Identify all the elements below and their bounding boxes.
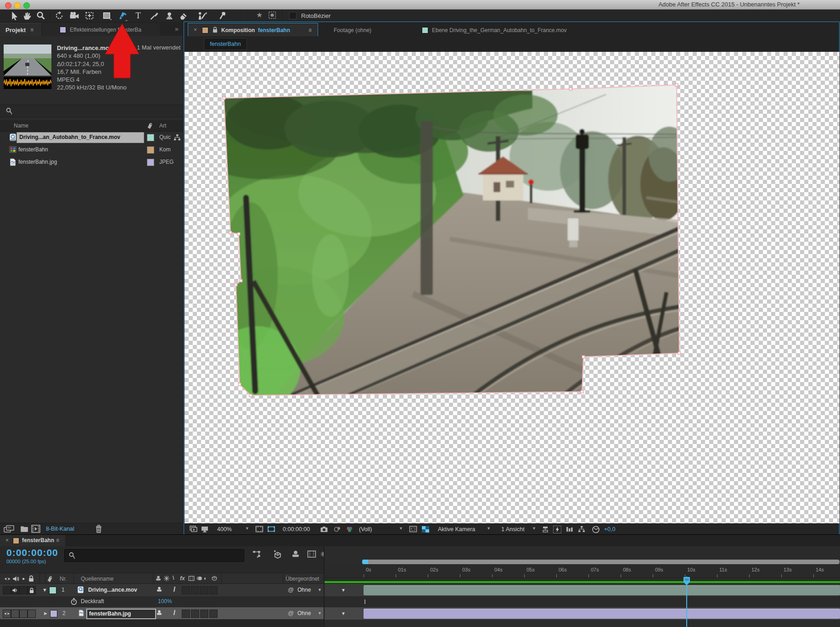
show-snapshot-icon[interactable] xyxy=(333,526,342,533)
camera-view-value[interactable]: Aktive Kamera xyxy=(438,526,475,533)
layer-label-chip[interactable] xyxy=(49,587,56,594)
trash-icon[interactable] xyxy=(95,525,103,533)
tab-komposition[interactable]: × Komposition fensterBahn ≡ xyxy=(188,23,318,36)
comp-mini-tab[interactable]: fensterBahn xyxy=(204,38,247,50)
frame-blending-icon[interactable] xyxy=(307,550,317,558)
zoom-window-button[interactable] xyxy=(23,2,30,9)
comp-mini-flowchart-icon[interactable] xyxy=(252,550,261,558)
exposure-value[interactable]: +0,0 xyxy=(604,526,616,533)
motion-blur-switch[interactable] xyxy=(200,610,208,618)
new-folder-icon[interactable] xyxy=(20,525,28,533)
playhead-marker[interactable] xyxy=(683,577,691,588)
rotobezier-checkbox[interactable] xyxy=(289,12,297,19)
brush-tool-icon[interactable] xyxy=(150,11,161,20)
lock-toggle[interactable] xyxy=(28,610,36,618)
tab-overflow-icon[interactable]: » xyxy=(175,25,179,33)
tab-footage[interactable]: Footage (ohne) xyxy=(322,23,427,36)
viewer-timecode[interactable]: 0:00:00:00 xyxy=(283,526,310,533)
time-ruler[interactable]: 0s01s02s03s04s05s06s07s08s09s10s11s12s13… xyxy=(325,565,840,578)
tab-projekt[interactable]: Projekt ≡ xyxy=(0,23,41,36)
motion-blur-switch[interactable] xyxy=(200,586,208,594)
panel-menu-icon[interactable]: ≡ xyxy=(308,27,312,33)
fast-preview-icon[interactable] xyxy=(553,526,561,533)
interpret-footage-icon[interactable] xyxy=(4,525,15,533)
rectangle-tool-icon[interactable] xyxy=(102,11,113,20)
audio-toggle[interactable] xyxy=(11,586,19,594)
mask-frame-icon[interactable] xyxy=(268,11,279,20)
snapshot-camera-icon[interactable] xyxy=(320,526,328,533)
lock-toggle[interactable] xyxy=(28,586,36,594)
mask-visibility-icon[interactable] xyxy=(267,526,275,533)
frame-blend-switch[interactable] xyxy=(191,610,199,618)
layer-label-chip[interactable] xyxy=(50,610,57,617)
current-timecode[interactable]: 0:00:00:00 xyxy=(6,547,58,558)
minimize-window-button[interactable] xyxy=(14,2,21,9)
exposure-icon[interactable] xyxy=(592,526,600,533)
pan-behind-tool-icon[interactable] xyxy=(85,11,96,20)
color-depth-button[interactable]: 8-Bit-Kanal xyxy=(46,526,74,532)
lock-icon[interactable] xyxy=(212,27,218,33)
project-item-row[interactable]: Driving...an_Autobahn_to_France.mov Quic xyxy=(0,131,183,144)
parent-pickwhip-icon[interactable]: @ xyxy=(288,586,294,593)
shy-switch[interactable] xyxy=(156,586,162,593)
audio-toggle[interactable] xyxy=(11,610,19,618)
clone-stamp-tool-icon[interactable] xyxy=(165,11,176,20)
layer-in-marker[interactable]: ▼ xyxy=(341,588,346,593)
solo-toggle[interactable] xyxy=(19,610,28,618)
twirl-down-icon[interactable]: ▼ xyxy=(42,587,47,593)
tab-timeline-fensterbahn[interactable]: × fensterBahn ≡ xyxy=(0,535,65,546)
composition-viewport[interactable] xyxy=(185,52,840,523)
resolution-value[interactable]: (Voll) xyxy=(359,526,372,533)
project-item-row[interactable]: fensterBahn Kom xyxy=(0,144,183,156)
resolution-dropdown-icon[interactable]: ▼ xyxy=(399,526,403,531)
transparency-grid-icon[interactable] xyxy=(421,526,430,533)
parent-pickwhip-icon[interactable]: @ xyxy=(288,610,294,616)
tab-ebene[interactable]: Ebene Driving_the_German_Autobahn_to_Fra… xyxy=(414,23,671,36)
always-preview-icon[interactable] xyxy=(190,526,198,533)
selection-tool-icon[interactable] xyxy=(9,11,20,20)
star-icon[interactable]: ★ xyxy=(256,11,267,21)
layer-name-edit-box[interactable]: fensterBahn.jpg xyxy=(86,609,156,619)
primary-viewer-icon[interactable] xyxy=(201,526,209,533)
frame-blend-switch[interactable] xyxy=(191,586,199,594)
share-view-icon[interactable] xyxy=(541,526,549,533)
hand-tool-icon[interactable] xyxy=(22,11,34,20)
roto-brush-tool-icon[interactable] xyxy=(196,11,207,20)
twirl-right-icon[interactable]: ► xyxy=(43,610,48,616)
close-tab-icon[interactable]: × xyxy=(6,537,9,544)
magnification-value[interactable]: 400% xyxy=(217,526,232,533)
timeline-button-icon[interactable] xyxy=(566,526,574,533)
layer-1-duration-bar[interactable] xyxy=(364,585,840,595)
quality-switch[interactable]: / xyxy=(174,586,175,593)
video-toggle[interactable] xyxy=(3,610,11,618)
close-window-button[interactable] xyxy=(5,2,11,9)
timeline-search-input[interactable] xyxy=(79,551,237,560)
camera-view-dropdown-icon[interactable]: ▼ xyxy=(487,526,491,531)
video-toggle[interactable] xyxy=(3,586,11,594)
new-composition-icon[interactable] xyxy=(31,525,40,533)
property-value[interactable]: 100% xyxy=(158,598,172,605)
layer-row-2[interactable]: ► 2 fensterBahn.jpg / @ Ohne ▼ xyxy=(0,607,324,620)
property-name[interactable]: Deckkraft xyxy=(81,598,104,605)
label-color-chip[interactable] xyxy=(147,146,154,154)
safe-margins-icon[interactable] xyxy=(255,526,263,533)
zoom-tool-icon[interactable] xyxy=(36,11,47,20)
pen-tool-icon[interactable] xyxy=(118,11,129,20)
work-area-start-handle[interactable] xyxy=(362,560,368,564)
project-search-input[interactable] xyxy=(16,106,174,116)
panel-menu-icon[interactable]: ≡ xyxy=(30,27,34,33)
view-layout-value[interactable]: 1 Ansicht xyxy=(501,526,525,533)
panel-menu-icon[interactable]: ≡ xyxy=(56,537,59,544)
draft-3d-icon[interactable] xyxy=(273,550,283,559)
view-layout-dropdown-icon[interactable]: ▼ xyxy=(532,526,536,531)
quality-switch[interactable]: / xyxy=(174,609,175,616)
parent-dropdown[interactable]: Ohne xyxy=(297,587,311,593)
layer-row-1[interactable]: ▼ 1 Driving...ance.mov / @ Ohne ▼ xyxy=(0,584,324,596)
effects-switch[interactable] xyxy=(182,586,190,594)
eraser-tool-icon[interactable] xyxy=(179,11,190,20)
channel-rgb-icon[interactable] xyxy=(346,526,354,533)
parent-dropdown-icon[interactable]: ▼ xyxy=(318,588,322,592)
layer-in-marker[interactable]: ▼ xyxy=(341,611,346,616)
timeline-column-headers[interactable]: ● Nr. Quellenname \ fx ◐ Übergeordnet xyxy=(0,573,324,584)
stopwatch-icon[interactable] xyxy=(70,598,78,605)
